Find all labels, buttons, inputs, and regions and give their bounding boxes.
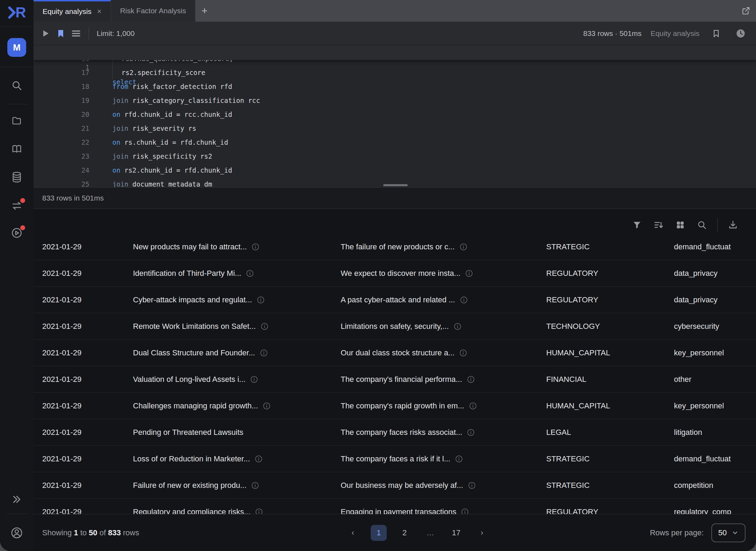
cell-risk-description-text: We expect to discover more insta... [341, 269, 460, 278]
search-icon [11, 80, 22, 91]
sort-button[interactable] [650, 216, 668, 234]
cell-risk-title-text: Regulatory and compliance risks... [133, 507, 250, 514]
info-icon[interactable] [461, 508, 469, 514]
code-line[interactable]: 17rs2.specificity_score [34, 66, 756, 80]
cell-risk-title: Cyber-attack impacts and regulat... [133, 295, 341, 304]
table-row[interactable]: 2021-01-29Dual Class Structure and Found… [34, 340, 756, 366]
cell-category: REGULATORY [546, 507, 674, 514]
editor-horizontal-scrollbar[interactable] [383, 184, 408, 186]
table-row[interactable]: 2021-01-29Regulatory and compliance risk… [34, 499, 756, 514]
code-line[interactable]: 20on rfd.chunk_id = rcc.chunk_id [34, 107, 756, 121]
rows-per-page-select[interactable]: 50 [711, 523, 746, 542]
filter-icon [632, 220, 642, 229]
cell-subcategory: key_personnel [674, 348, 756, 357]
new-tab-button[interactable]: + [195, 0, 214, 22]
external-link-icon[interactable] [741, 0, 750, 22]
menu-icon[interactable] [68, 26, 84, 41]
rows-per-page-value: 50 [718, 528, 727, 537]
sidebar-item-database[interactable] [0, 167, 34, 187]
info-icon[interactable] [465, 270, 473, 277]
code-line[interactable]: 21join risk_severity rs [34, 121, 756, 135]
table-row[interactable]: 2021-01-29Pending or Threatened Lawsuits… [34, 419, 756, 446]
cell-date: 2021-01-29 [42, 375, 133, 384]
table-row[interactable]: 2021-01-29Valuation of Long-lived Assets… [34, 366, 756, 393]
info-icon[interactable] [454, 323, 461, 330]
search-button[interactable] [693, 216, 711, 234]
page-button-17[interactable]: 17 [448, 525, 464, 541]
info-icon[interactable] [257, 296, 265, 304]
code-line[interactable]: 19join risk_category_classification rcc [34, 93, 756, 107]
table-rows: 2021-01-29New products may fail to attra… [34, 241, 756, 514]
cell-risk-title: Dual Class Structure and Founder... [133, 348, 341, 357]
sql-editor[interactable]: 16rs2.has_quantified_exposure,17rs2.spec… [34, 45, 756, 187]
code-text: join document_metadata dm [112, 177, 212, 187]
info-icon[interactable] [255, 508, 263, 514]
run-query-icon[interactable] [38, 26, 53, 41]
sidebar-account-button[interactable] [0, 523, 34, 543]
info-icon[interactable] [260, 349, 268, 357]
cell-risk-description: The failure of new products or c... [341, 242, 546, 251]
code-line[interactable]: 24on rs2.chunk_id = rfd.chunk_id [34, 163, 756, 177]
cell-risk-description: We expect to discover more insta... [341, 269, 546, 278]
sidebar-item-files[interactable] [0, 111, 34, 130]
info-icon[interactable] [251, 482, 259, 489]
filter-button[interactable] [628, 216, 646, 234]
bookmark-outline-icon[interactable] [709, 26, 724, 41]
table-row[interactable]: 2021-01-29Remote Work Limitations on Saf… [34, 313, 756, 340]
code-line[interactable]: 22on rs.chunk_id = rfd.chunk_id [34, 135, 756, 149]
info-icon[interactable] [246, 270, 254, 277]
info-icon[interactable] [467, 376, 475, 383]
tab-label: Equity analysis [43, 7, 91, 16]
bookmark-filled-icon[interactable] [53, 26, 68, 41]
grid-view-icon [676, 220, 685, 229]
cell-risk-description-text: The failure of new products or c... [341, 242, 455, 251]
info-icon[interactable] [263, 402, 270, 410]
info-icon[interactable] [261, 323, 268, 330]
tab-equity-analysis[interactable]: Equity analysis × [34, 0, 111, 22]
page-button-2[interactable]: 2 [396, 525, 413, 541]
table-row[interactable]: 2021-01-29Identification of Third-Party … [34, 260, 756, 287]
info-icon[interactable] [250, 376, 258, 383]
sidebar-item-docs[interactable] [0, 139, 34, 159]
sidebar-item-search[interactable] [0, 76, 34, 95]
sidebar-collapse-button[interactable] [0, 490, 34, 509]
logo-letter: R [15, 4, 26, 21]
prev-page-button[interactable]: ‹ [345, 525, 361, 541]
info-icon[interactable] [469, 402, 477, 410]
info-icon[interactable] [468, 482, 476, 489]
info-icon[interactable] [455, 455, 463, 463]
info-icon[interactable] [460, 243, 467, 251]
grid-view-button[interactable] [671, 216, 689, 234]
info-icon[interactable] [459, 349, 467, 357]
app-logo[interactable]: R [0, 3, 34, 22]
table-row[interactable]: 2021-01-29Failure of new or existing pro… [34, 472, 756, 499]
results-toolbar [34, 209, 756, 241]
info-icon[interactable] [460, 296, 468, 304]
query-result-stats: 833 rows · 501ms [583, 29, 642, 38]
code-text: join risk_severity rs [112, 121, 196, 135]
cell-risk-description-text: The company faces risks associat... [341, 428, 462, 437]
tab-risk-factor-analysis[interactable]: Risk Factor Analysis [111, 0, 195, 22]
sidebar-item-transfer[interactable] [0, 196, 34, 216]
rows-per-page-label: Rows per page: [650, 528, 704, 537]
table-row[interactable]: 2021-01-29Loss of or Reduction in Market… [34, 446, 756, 472]
cell-risk-description: The company's financial performa... [341, 375, 546, 384]
cell-category: STRATEGIC [546, 454, 674, 463]
code-line[interactable]: 18from risk_factor_detection rfd [34, 80, 756, 93]
close-icon[interactable]: × [97, 8, 102, 15]
avatar[interactable]: M [7, 38, 26, 57]
limit-label[interactable]: Limit: 1,000 [97, 29, 135, 38]
info-icon[interactable] [255, 455, 262, 463]
info-icon[interactable] [467, 429, 475, 436]
info-icon[interactable] [252, 243, 259, 251]
code-line[interactable]: 23join risk_specificity rs2 [34, 149, 756, 163]
book-icon [12, 144, 22, 154]
table-row[interactable]: 2021-01-29Challenges managing rapid grow… [34, 393, 756, 419]
download-button[interactable] [724, 216, 742, 234]
next-page-button[interactable]: › [474, 525, 490, 541]
sidebar-item-play[interactable] [0, 223, 34, 243]
table-row[interactable]: 2021-01-29New products may fail to attra… [34, 241, 756, 260]
table-row[interactable]: 2021-01-29Cyber-attack impacts and regul… [34, 287, 756, 313]
page-button-1[interactable]: 1 [371, 525, 387, 541]
history-clock-icon[interactable] [733, 26, 748, 41]
